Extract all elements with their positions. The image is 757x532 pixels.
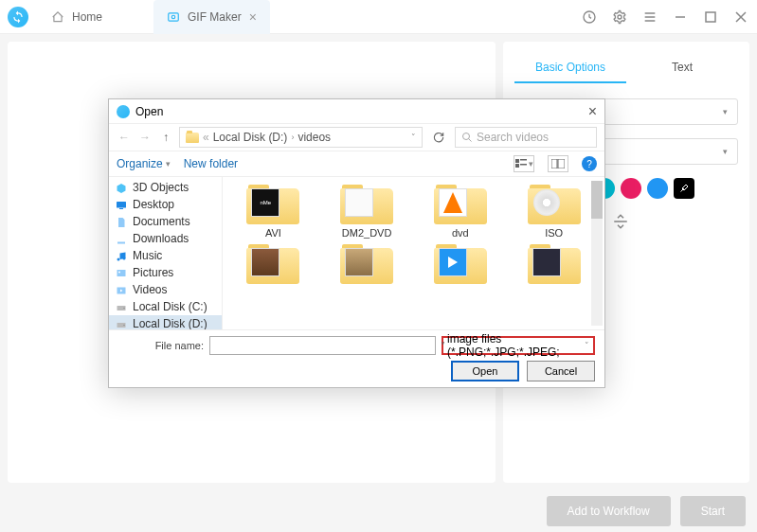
gear-icon[interactable]	[611, 9, 628, 26]
svg-rect-0	[169, 12, 179, 20]
file-item[interactable]: dvd	[416, 183, 506, 239]
refresh-icon[interactable]	[428, 127, 449, 148]
open-button[interactable]: Open	[451, 361, 519, 381]
folder-icon	[246, 242, 299, 284]
scrollbar[interactable]	[591, 181, 603, 326]
tree-item[interactable]: Local Disk (C:)	[109, 298, 222, 315]
svg-rect-8	[515, 164, 519, 168]
tree-item[interactable]: Pictures	[109, 264, 222, 281]
search-input[interactable]: Search videos	[455, 127, 597, 148]
folder-icon	[528, 183, 581, 224]
disk-icon	[115, 302, 128, 312]
file-label: ISO	[545, 227, 563, 239]
dialog-body: 3D ObjectsDesktopDocumentsDownloadsMusic…	[109, 177, 604, 329]
app-logo	[8, 7, 28, 27]
tree-item[interactable]: Local Disk (D:)	[109, 315, 222, 329]
file-item[interactable]	[228, 242, 318, 287]
chevron-down-icon: ▾	[723, 107, 728, 116]
folder-icon	[434, 242, 487, 284]
view-mode-button[interactable]: ▾	[514, 155, 534, 172]
tree-item-label: Desktop	[133, 198, 174, 211]
cancel-button[interactable]: Cancel	[527, 361, 595, 381]
svg-rect-16	[117, 270, 126, 276]
dialog-close-icon[interactable]: ×	[588, 103, 597, 120]
video-icon	[115, 285, 128, 295]
minimize-icon[interactable]	[672, 9, 689, 26]
tree-item-label: Music	[133, 249, 162, 262]
history-icon[interactable]	[581, 9, 598, 26]
start-button[interactable]: Start	[680, 496, 746, 526]
file-label: dvd	[452, 227, 469, 239]
preview-pane-button[interactable]	[548, 155, 568, 172]
help-icon[interactable]: ?	[582, 156, 597, 171]
music-icon	[115, 251, 128, 261]
color-pink[interactable]	[621, 178, 641, 199]
path-breadcrumb[interactable]: « Local Disk (D:)› videos ˅	[179, 127, 423, 148]
bottom-bar: Add to Workflow Start	[0, 490, 757, 532]
svg-point-15	[123, 257, 126, 259]
disk-icon	[115, 319, 128, 329]
path-dropdown-icon[interactable]: ˅	[411, 133, 416, 142]
file-type-select[interactable]: image files (*.PNG;*.JPG;*.JPEG; ˅	[442, 336, 595, 355]
maximize-icon[interactable]	[702, 9, 719, 26]
doc-icon	[115, 217, 128, 227]
svg-rect-13	[119, 208, 123, 209]
tree-item[interactable]: Videos	[109, 281, 222, 298]
folder-tree: 3D ObjectsDesktopDocumentsDownloadsMusic…	[109, 177, 223, 329]
tab-home[interactable]: Home	[38, 0, 116, 34]
new-folder-button[interactable]: New folder	[184, 157, 238, 170]
search-placeholder: Search videos	[477, 131, 549, 144]
svg-point-1	[171, 15, 175, 19]
file-label: DM2_DVD	[342, 227, 392, 239]
tree-item[interactable]: Documents	[109, 213, 222, 230]
tab-gif-maker[interactable]: GIF Maker ×	[153, 0, 270, 34]
file-item[interactable]	[322, 242, 412, 287]
scrollbar-thumb[interactable]	[591, 181, 603, 219]
tab-text[interactable]: Text	[626, 53, 738, 83]
tree-item[interactable]: Desktop	[109, 196, 222, 213]
nav-back-icon[interactable]: ←	[117, 131, 132, 144]
color-eyedropper[interactable]	[674, 178, 694, 199]
tree-item[interactable]: Music	[109, 247, 222, 264]
cube-icon	[115, 183, 128, 193]
file-item[interactable]	[509, 242, 599, 287]
folder-icon: nMe	[246, 183, 299, 224]
gif-icon	[167, 10, 180, 24]
file-item[interactable]: nMeAVI	[228, 183, 318, 239]
file-item[interactable]: ISO	[509, 183, 599, 239]
tab-basic-options[interactable]: Basic Options	[514, 53, 626, 83]
menu-icon[interactable]	[641, 9, 658, 26]
svg-point-5	[463, 133, 470, 140]
close-window-icon[interactable]	[732, 9, 749, 26]
tree-item[interactable]: Downloads	[109, 230, 222, 247]
folder-icon	[434, 183, 487, 224]
tree-item[interactable]: 3D Objects	[109, 179, 222, 196]
tree-item-label: Local Disk (D:)	[133, 317, 207, 329]
path-folder: videos	[297, 131, 331, 144]
file-grid: nMeAVIDM2_DVDdvdISO	[223, 177, 604, 329]
svg-point-17	[118, 271, 120, 273]
folder-icon	[340, 242, 393, 284]
tab-gif-label: GIF Maker	[188, 10, 242, 24]
tab-close-icon[interactable]: ×	[249, 9, 257, 25]
dialog-toolbar: Organize▾ New folder ▾ ?	[109, 151, 604, 177]
add-to-workflow-button[interactable]: Add to Workflow	[547, 496, 671, 526]
pic-icon	[115, 268, 128, 278]
home-icon	[51, 10, 64, 24]
nav-forward-icon[interactable]: →	[137, 131, 153, 144]
path-disk: Local Disk (D:)	[213, 131, 288, 144]
svg-rect-4	[706, 12, 715, 22]
dialog-app-icon	[117, 105, 130, 118]
tree-item-label: 3D Objects	[133, 181, 189, 194]
flip-vertical-icon[interactable]	[611, 212, 630, 231]
folder-icon	[340, 183, 393, 224]
chevron-down-icon: ▾	[723, 147, 728, 156]
file-name-input[interactable]	[209, 336, 436, 355]
open-dialog: Open × ← → ↑ « Local Disk (D:)› videos ˅…	[108, 98, 605, 388]
color-blue[interactable]	[647, 178, 668, 199]
nav-up-icon[interactable]: ↑	[158, 131, 173, 144]
organize-button[interactable]: Organize▾	[117, 157, 171, 170]
file-item[interactable]: DM2_DVD	[322, 183, 412, 239]
tree-item-label: Videos	[133, 283, 167, 296]
file-item[interactable]	[416, 242, 506, 287]
